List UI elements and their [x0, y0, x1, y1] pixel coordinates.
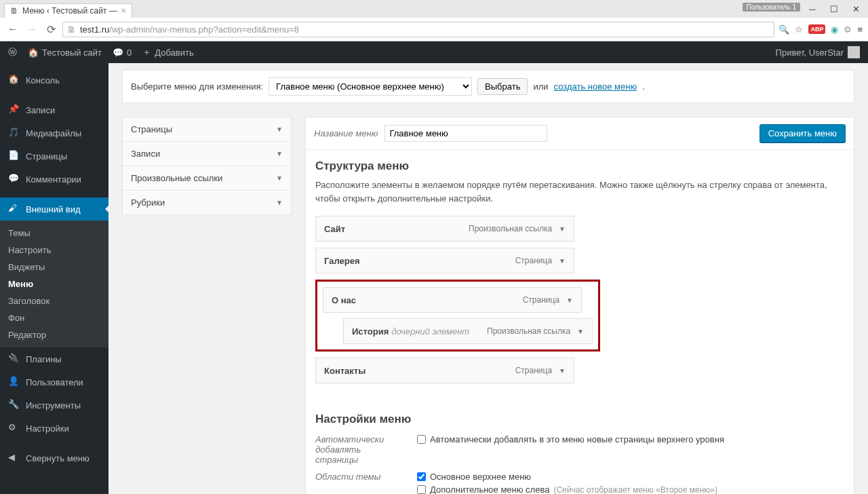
settings-icon: ⚙: [8, 422, 20, 434]
sidebar-item-tools[interactable]: 🔧Инструменты: [0, 394, 108, 417]
wp-admin-bar: ⓦ 🏠 Тестовый сайт 💬 0 ＋ Добавить Привет,…: [0, 41, 868, 63]
comment-icon: 💬: [113, 48, 123, 58]
chevron-down-icon: ▼: [559, 367, 566, 375]
create-menu-link[interactable]: создать новое меню: [554, 81, 637, 92]
accordion-links[interactable]: Произвольные ссылки▼: [123, 166, 291, 190]
chevron-down-icon: ▼: [577, 328, 584, 335]
avatar-icon: [848, 46, 860, 58]
dashboard-icon: 🏠: [8, 74, 20, 86]
auto-add-checkbox[interactable]: [417, 435, 426, 444]
structure-hint: Расположите элементы в желаемом порядке …: [315, 178, 844, 205]
tab-title: Меню ‹ Тестовый сайт —: [22, 6, 117, 16]
browser-chrome: Пользователь 1 ─ ☐ ✕ 🗎 Меню ‹ Тестовый с…: [0, 0, 868, 41]
account-link[interactable]: Привет, UserStar: [776, 46, 860, 58]
accordion-posts[interactable]: Записи▼: [123, 142, 291, 166]
settings-heading: Настройки меню: [315, 413, 844, 426]
nav-back-button[interactable]: ←: [5, 22, 20, 37]
media-icon: 🎵: [8, 127, 20, 139]
theme-location-label: Области темы: [315, 472, 403, 494]
menu-name-label: Название меню: [314, 128, 378, 138]
add-items-accordion: Страницы▼ Записи▼ Произвольные ссылки▼ Р…: [122, 117, 292, 494]
nav-reload-button[interactable]: ⟳: [43, 22, 58, 37]
menu-item-about[interactable]: О нас Страница▼: [323, 287, 582, 313]
sidebar-item-users[interactable]: 👤Пользователи: [0, 370, 108, 394]
auto-add-label: Автоматически добавлять страницы: [315, 434, 403, 465]
submenu-customize[interactable]: Настроить: [0, 242, 108, 259]
tools-icon: 🔧: [8, 399, 20, 411]
accordion-categories[interactable]: Рубрики▼: [123, 191, 291, 214]
submenu-header[interactable]: Заголовок: [0, 292, 108, 309]
nav-forward-button[interactable]: →: [24, 22, 39, 37]
admin-sidebar: 🏠Консоль 📌Записи 🎵Медиафайлы 📄Страницы 💬…: [0, 63, 108, 494]
star-icon[interactable]: ☆: [795, 24, 803, 35]
menu-item-site[interactable]: Сайт Произвольная ссылка▼: [315, 216, 574, 242]
sidebar-collapse[interactable]: ◀Свернуть меню: [0, 446, 108, 470]
menu-item-history[interactable]: Историядочерний элемент Произвольная ссы…: [343, 318, 593, 344]
chevron-down-icon: ▼: [559, 257, 566, 265]
sidebar-item-plugins[interactable]: 🔌Плагины: [0, 347, 108, 370]
address-bar[interactable]: 🗎 test1.ru/wp-admin/nav-menus.php?action…: [62, 22, 774, 37]
loc-main-checkbox[interactable]: [417, 472, 426, 481]
submenu-menus[interactable]: Меню: [0, 276, 108, 292]
menu-highlight-box: О нас Страница▼ Историядочерний элемент …: [315, 280, 600, 352]
sidebar-item-dashboard[interactable]: 🏠Консоль: [0, 69, 108, 92]
menu-item-contacts[interactable]: Контакты Страница▼: [315, 358, 574, 383]
brush-icon: 🖌: [8, 203, 20, 215]
sidebar-item-media[interactable]: 🎵Медиафайлы: [0, 121, 108, 145]
chevron-down-icon: ▼: [559, 225, 566, 233]
menu-select-dropdown[interactable]: Главное меню (Основное верхнее меню): [269, 77, 472, 96]
submenu-editor[interactable]: Редактор: [0, 326, 108, 343]
loc-main-checkbox-label[interactable]: Основное верхнее меню: [417, 472, 844, 482]
user-badge: Пользователь 1: [743, 3, 800, 12]
browser-tab[interactable]: 🗎 Меню ‹ Тестовый сайт — ×: [4, 3, 132, 18]
pages-icon: 📄: [8, 150, 20, 162]
comments-link[interactable]: 💬 0: [113, 48, 132, 58]
menu-item-gallery[interactable]: Галерея Страница▼: [315, 248, 574, 273]
abp-icon[interactable]: ABP: [808, 24, 825, 34]
chevron-down-icon: ▼: [276, 199, 283, 206]
main-content: Выберите меню для изменения: Главное мен…: [108, 63, 868, 494]
sidebar-item-settings[interactable]: ⚙Настройки: [0, 417, 108, 440]
choose-button[interactable]: Выбрать: [477, 78, 528, 95]
menu-icon[interactable]: ⚙: [844, 24, 852, 35]
chevron-down-icon: ▼: [276, 174, 283, 182]
site-name-link[interactable]: 🏠 Тестовый сайт: [28, 48, 102, 58]
menu-selector-bar: Выберите меню для изменения: Главное мен…: [122, 70, 854, 103]
menu-name-input[interactable]: [384, 125, 547, 142]
structure-heading: Структура меню: [315, 159, 844, 173]
window-maximize[interactable]: ☐: [827, 3, 841, 15]
plugin-icon: 🔌: [8, 353, 20, 365]
wp-logo-icon[interactable]: ⓦ: [8, 46, 17, 58]
selector-label: Выберите меню для изменения:: [131, 81, 263, 92]
chevron-down-icon: ▼: [276, 150, 283, 157]
page-icon: 🗎: [10, 6, 18, 16]
tab-close-icon[interactable]: ×: [121, 6, 126, 16]
loc-side-checkbox[interactable]: [417, 485, 426, 494]
ext-icon[interactable]: ◉: [831, 24, 838, 35]
chevron-down-icon: ▼: [276, 126, 283, 133]
plus-icon: ＋: [142, 46, 151, 58]
submenu-background[interactable]: Фон: [0, 309, 108, 326]
sidebar-item-appearance[interactable]: 🖌Внешний вид: [0, 197, 108, 221]
pin-icon: 📌: [8, 104, 20, 116]
submenu-themes[interactable]: Темы: [0, 225, 108, 242]
sidebar-item-pages[interactable]: 📄Страницы: [0, 145, 108, 168]
sidebar-item-posts[interactable]: 📌Записи: [0, 98, 108, 121]
accordion-pages[interactable]: Страницы▼: [123, 117, 291, 141]
comments-icon: 💬: [8, 173, 20, 185]
zoom-icon[interactable]: 🔍: [778, 24, 789, 35]
collapse-icon: ◀: [8, 452, 20, 464]
window-minimize[interactable]: ─: [806, 3, 819, 15]
hamburger-icon[interactable]: ≡: [857, 24, 863, 35]
appearance-submenu: Темы Настроить Виджеты Меню Заголовок Фо…: [0, 221, 108, 347]
save-menu-button-top[interactable]: Сохранить меню: [760, 124, 846, 142]
menu-editor: Название меню Сохранить меню Структура м…: [305, 117, 854, 494]
home-icon: 🏠: [28, 48, 39, 58]
window-close[interactable]: ✕: [849, 3, 863, 15]
sidebar-item-comments[interactable]: 💬Комментарии: [0, 168, 108, 191]
loc-side-checkbox-label[interactable]: Дополнительное меню слева (Сейчас отобра…: [417, 484, 844, 494]
add-new-link[interactable]: ＋ Добавить: [142, 46, 193, 58]
submenu-widgets[interactable]: Виджеты: [0, 259, 108, 276]
chevron-down-icon: ▼: [566, 297, 573, 304]
auto-add-checkbox-label[interactable]: Автоматически добавлять в это меню новые…: [417, 434, 844, 444]
